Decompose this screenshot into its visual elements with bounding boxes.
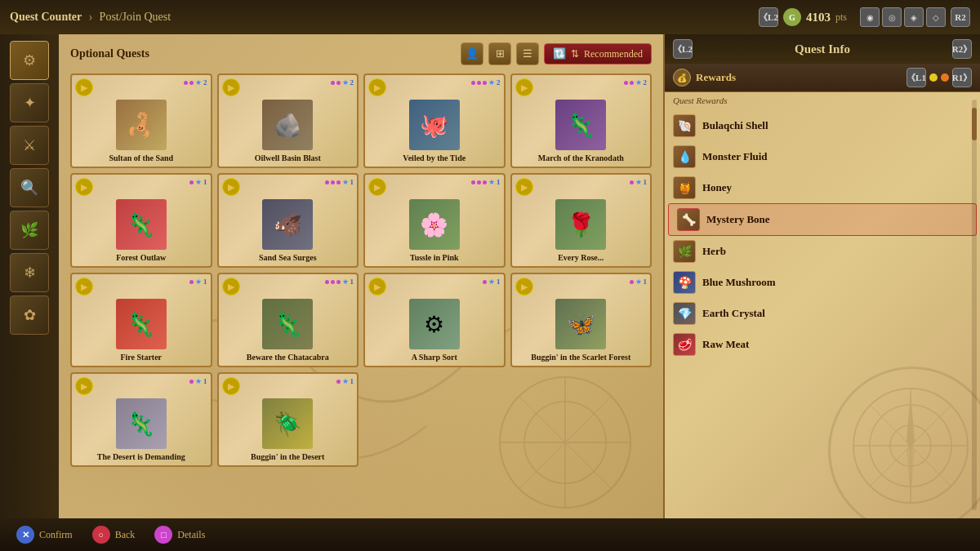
details-action[interactable]: □ Details: [154, 526, 205, 544]
quest-img-desert-demanding: 🦎: [116, 398, 167, 449]
o-button[interactable]: ○: [92, 526, 110, 544]
scroll-thumb[interactable]: [972, 108, 977, 140]
reward-bulaqchi[interactable]: 🐚 Bulaqchi Shell: [665, 110, 980, 141]
rank-badge: ▶: [368, 278, 386, 295]
quest-card-buggin-desert[interactable]: ▶ ★ 1 🪲 Buggin' in the Desert: [217, 372, 359, 467]
info-top-ctrl-left: 《L2: [673, 39, 693, 59]
rank-badge: ▶: [75, 377, 93, 395]
reward-name-herb: Herb: [702, 245, 726, 258]
star-row: ★ 2: [184, 78, 207, 87]
quest-card-firestarter[interactable]: ▶ ★ 1 🦎 Fire Starter: [70, 273, 212, 367]
back-label: Back: [115, 529, 136, 541]
sidebar-icon-sword[interactable]: ⚔: [10, 126, 49, 165]
rank-badge: ▶: [222, 178, 240, 196]
reward-herb[interactable]: 🌿 Herb: [665, 236, 980, 267]
rewards-tab-label[interactable]: Rewards: [696, 71, 736, 84]
quest-img-sultan: 🦂: [116, 100, 167, 150]
tab-icon-2[interactable]: ◎: [882, 7, 902, 27]
recommended-btn[interactable]: 🔃 ⇅ Recommended: [544, 43, 652, 64]
reward-icon-honey: 🍯: [673, 176, 696, 199]
reward-mystery-bone[interactable]: 🦴 Mystery Bone: [668, 203, 977, 236]
quest-name-sultan: Sultan of the Sand: [109, 153, 173, 163]
scroll-bar[interactable]: [972, 100, 977, 510]
sidebar-icon-plant[interactable]: 🌿: [10, 211, 49, 250]
quest-card-tussle[interactable]: ▶ ★ 1 🌸 Tussle in Pink: [363, 173, 506, 268]
details-label: Details: [177, 529, 205, 541]
quest-img-march: 🦎: [555, 100, 606, 150]
quest-name-sharpsort: A Sharp Sort: [412, 353, 457, 362]
pts-value: 4103: [806, 11, 831, 24]
rank-badge: ▶: [515, 278, 533, 295]
view-btn-list[interactable]: ☰: [516, 42, 539, 65]
rank-badge: ▶: [222, 78, 240, 96]
quest-img-sharpsort: ⚙: [409, 299, 460, 349]
breadcrumb-post-join: Post/Join Quest: [100, 11, 172, 24]
tab-bar: 💰 Rewards 《L1 R1》: [665, 64, 980, 92]
reward-name-mystery-bone: Mystery Bone: [706, 213, 770, 226]
quest-card-sharpsort[interactable]: ▶ ★ 1 ⚙ A Sharp Sort: [363, 273, 506, 367]
reward-raw-meat[interactable]: 🥩 Raw Meat: [665, 329, 980, 360]
quest-name-buggin-desert: Buggin' in the Desert: [251, 452, 324, 462]
reward-honey[interactable]: 🍯 Honey: [665, 172, 980, 203]
quest-card-oilwell[interactable]: ▶ ★ 2 🪨 Oilwell Basin Blast: [217, 73, 359, 168]
reward-monster-fluid[interactable]: 💧 Monster Fluid: [665, 141, 980, 172]
reward-list: 🐚 Bulaqchi Shell 💧 Monster Fluid 🍯 Honey…: [665, 107, 980, 518]
quest-card-veiled[interactable]: ▶ ★ 2 🐙 Veiled by the Tide: [363, 73, 506, 168]
rewards-icon: 💰: [673, 69, 691, 87]
quest-name-sandsea: Sand Sea Surges: [259, 253, 317, 263]
reward-icon-bulaqchi: 🐚: [673, 114, 696, 137]
reward-name-raw-meat: Raw Meat: [702, 338, 749, 351]
star-row: ★ 1: [189, 278, 207, 286]
quest-card-buggin-scarlet[interactable]: ▶ ★ 1 🦋 Buggin' in the Scarlet Forest: [510, 273, 653, 367]
reward-icon-blue-mushroom: 🍄: [673, 271, 696, 294]
quest-card-desert-demanding[interactable]: ▶ ★ 1 🦎 The Desert is Demanding: [70, 372, 212, 467]
quest-name-desert-demanding: The Desert is Demanding: [97, 452, 185, 462]
r2-info-button[interactable]: R2》: [952, 39, 972, 59]
sidebar-icon-cross[interactable]: ✦: [10, 83, 49, 122]
quest-img-firestarter: 🦎: [116, 299, 167, 349]
dot-yellow: [929, 73, 938, 82]
quest-name-buggin-scarlet: Buggin' in the Scarlet Forest: [531, 353, 630, 362]
quest-card-forest[interactable]: ▶ ★ 1 🦎 Forest Outlaw: [70, 173, 212, 268]
l2-info-button[interactable]: 《L2: [673, 39, 693, 59]
quest-card-chatacabra[interactable]: ▶ ★ 1 🦎 Beware the Chatacabra: [217, 273, 359, 367]
confirm-action[interactable]: ✕ Confirm: [16, 526, 73, 544]
star-row: ★ 1: [471, 178, 501, 186]
back-action[interactable]: ○ Back: [92, 526, 136, 544]
quest-card-sultan[interactable]: ▶ ★ 2 🦂 Sultan of the Sand: [70, 73, 212, 168]
panel-header: Optional Quests 👤 ⊞ ☰ 🔃 ⇅ Recommended: [70, 42, 652, 65]
view-btn-character[interactable]: 👤: [461, 42, 483, 65]
breadcrumb-quest-counter[interactable]: Quest Counter: [10, 11, 82, 24]
star-row: ★ 2: [624, 78, 648, 87]
sidebar-icon-flower[interactable]: ✿: [10, 295, 49, 335]
reward-name-bulaqchi: Bulaqchi Shell: [702, 119, 768, 132]
quest-card-march[interactable]: ▶ ★ 2 🦎 March of the Kranodath: [510, 73, 653, 168]
sidebar-icon-snowflake[interactable]: ❄: [10, 253, 49, 292]
star-row: ★ 1: [630, 278, 648, 286]
r2-button[interactable]: R2: [951, 7, 970, 27]
l1-button[interactable]: 《L1: [906, 68, 926, 87]
x-button[interactable]: ✕: [16, 526, 34, 544]
reward-icon-earth-crystal: 💎: [673, 302, 696, 325]
tab-icon-3[interactable]: ◈: [904, 7, 924, 27]
reward-earth-crystal[interactable]: 💎 Earth Crystal: [665, 298, 980, 329]
tab-icon-1[interactable]: ◉: [860, 7, 880, 27]
quest-card-everyrose[interactable]: ▶ ★ 1 🌹 Every Rose...: [510, 173, 653, 268]
quest-img-buggin-scarlet: 🦋: [555, 299, 606, 349]
quest-card-sandsea[interactable]: ▶ ★ 1 🐗 Sand Sea Surges: [217, 173, 359, 268]
quest-name-firestarter: Fire Starter: [120, 353, 162, 362]
tab-controls: 《L1 R1》: [906, 68, 972, 87]
view-btn-grid[interactable]: ⊞: [488, 42, 511, 65]
r1-button[interactable]: R1》: [952, 68, 972, 87]
l2-button[interactable]: 《L2: [759, 7, 778, 27]
sidebar-icon-gear[interactable]: ⚙: [10, 41, 49, 80]
confirm-label: Confirm: [39, 529, 73, 541]
star-row: ★ 1: [189, 178, 207, 186]
reward-name-monster-fluid: Monster Fluid: [702, 150, 768, 163]
quest-name-forest: Forest Outlaw: [116, 253, 166, 263]
sidebar-icon-search[interactable]: 🔍: [10, 168, 49, 207]
sq-button[interactable]: □: [154, 526, 172, 544]
star-row: ★ 1: [630, 178, 648, 186]
tab-icon-4[interactable]: ◇: [926, 7, 946, 27]
reward-blue-mushroom[interactable]: 🍄 Blue Mushroom: [665, 267, 980, 298]
